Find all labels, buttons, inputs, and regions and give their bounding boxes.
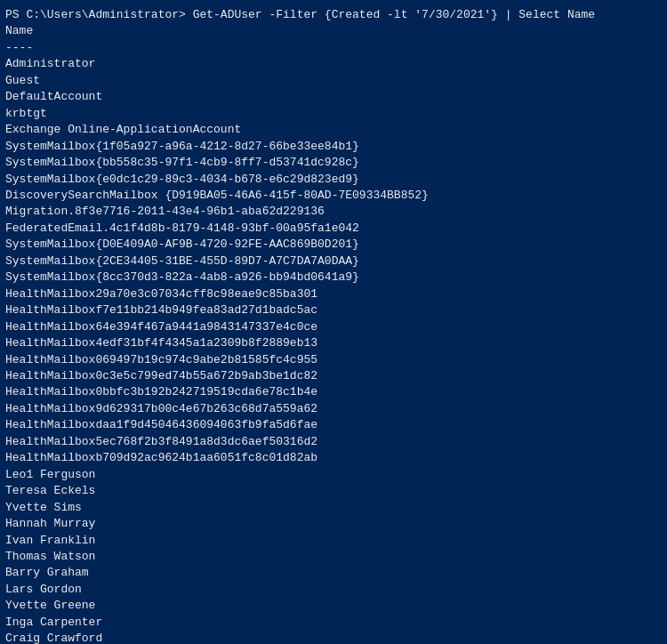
list-item: Guest [5, 73, 662, 89]
list-item: krbtgt [5, 106, 662, 122]
list-item: HealthMailbox4edf31bf4f4345a1a2309b8f288… [5, 335, 662, 351]
list-item: Inga Carpenter [5, 615, 662, 631]
list-item: Hannah Murray [5, 516, 662, 532]
list-item: Yvette Sims [5, 500, 662, 516]
prompt-line: PS C:\Users\Administrator> Get-ADUser -F… [5, 7, 662, 23]
list-item: SystemMailbox{D0E409A0-AF9B-4720-92FE-AA… [5, 237, 662, 253]
list-item: HealthMailbox64e394f467a9441a9843147337e… [5, 319, 662, 335]
column-header: Name [5, 23, 662, 39]
list-item: HealthMailbox9d629317b00c4e67b263c68d7a5… [5, 401, 662, 417]
list-item: SystemMailbox{e0dc1c29-89c3-4034-b678-e6… [5, 172, 662, 188]
list-item: SystemMailbox{2CE34405-31BE-455D-89D7-A7… [5, 254, 662, 270]
list-item: HealthMailbox0c3e5c799ed74b55a672b9ab3be… [5, 368, 662, 384]
list-item: HealthMailbox069497b19c974c9abe2b81585fc… [5, 352, 662, 368]
list-item: Lars Gordon [5, 582, 662, 598]
list-item: SystemMailbox{1f05a927-a96a-4212-8d27-66… [5, 139, 662, 155]
list-item: HealthMailboxb709d92ac9624b1aa6051fc8c01… [5, 450, 662, 466]
list-item: HealthMailboxf7e11bb214b949fea83ad27d1ba… [5, 302, 662, 318]
list-item: Migration.8f3e7716-2011-43e4-96b1-aba62d… [5, 204, 662, 220]
list-item: HealthMailbox0bbfc3b192b242719519cda6e78… [5, 384, 662, 400]
column-divider: ---- [5, 40, 662, 56]
list-item: SystemMailbox{bb558c35-97f1-4cb9-8ff7-d5… [5, 155, 662, 171]
list-item: DefaultAccount [5, 89, 662, 105]
list-item: HealthMailbox29a70e3c07034cff8c98eae9c85… [5, 286, 662, 302]
entries-list: AdministratorGuestDefaultAccountkrbtgtEx… [5, 56, 662, 644]
list-item: Yvette Greene [5, 598, 662, 614]
list-item: Craig Crawford [5, 631, 662, 644]
terminal-window: PS C:\Users\Administrator> Get-ADUser -F… [0, 0, 667, 644]
list-item: Administrator [5, 56, 662, 72]
list-item: Exchange Online-ApplicationAccount [5, 122, 662, 138]
list-item: SystemMailbox{8cc370d3-822a-4ab8-a926-bb… [5, 270, 662, 286]
list-item: Barry Graham [5, 565, 662, 581]
list-item: DiscoverySearchMailbox {D919BA05-46A6-41… [5, 188, 662, 204]
list-item: Teresa Eckels [5, 483, 662, 499]
list-item: Ivan Franklin [5, 533, 662, 549]
list-item: Leo1 Ferguson [5, 467, 662, 483]
list-item: HealthMailboxdaa1f9d45046436094063fb9fa5… [5, 417, 662, 433]
list-item: Thomas Watson [5, 549, 662, 565]
list-item: HealthMailbox5ec768f2b3f8491a8d3dc6aef50… [5, 434, 662, 450]
list-item: FederatedEmail.4c1f4d8b-8179-4148-93bf-0… [5, 221, 662, 237]
